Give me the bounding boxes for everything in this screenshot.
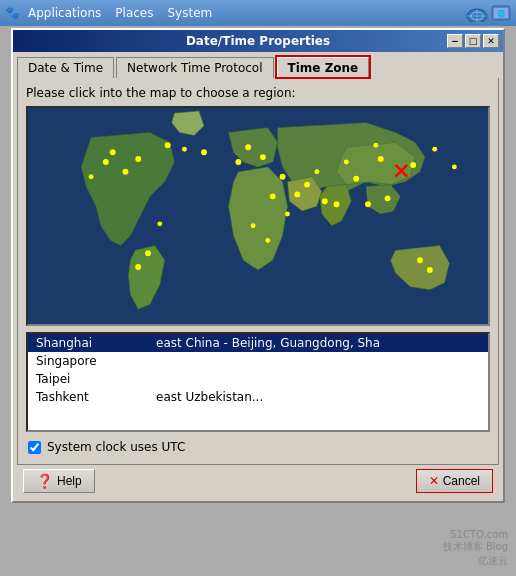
cancel-icon: ✕	[429, 474, 439, 488]
network-icon	[466, 4, 488, 22]
svg-point-41	[251, 223, 256, 228]
world-map[interactable]	[26, 106, 490, 326]
list-item[interactable]: Shanghai east China - Beijing, Guangdong…	[28, 334, 488, 352]
help-icon: ❓	[36, 473, 53, 489]
svg-point-8	[378, 156, 384, 162]
taskbar-applications[interactable]: Applications	[22, 4, 107, 22]
svg-text:🌐: 🌐	[497, 9, 506, 18]
minimize-button[interactable]: −	[447, 34, 463, 48]
close-button[interactable]: ✕	[483, 34, 499, 48]
list-item[interactable]: Taipei	[28, 370, 488, 388]
tab-date-time[interactable]: Date & Time	[17, 57, 114, 78]
svg-point-16	[260, 154, 266, 160]
network-icon2: 🌐	[490, 4, 512, 22]
svg-point-30	[201, 149, 207, 155]
scroll-left-button[interactable]: ◀	[28, 432, 40, 433]
utc-checkbox[interactable]	[28, 441, 41, 454]
map-svg	[28, 108, 488, 324]
window-content: Date & Time Network Time Protocol Time Z…	[13, 52, 503, 501]
svg-point-10	[334, 201, 340, 207]
svg-point-11	[385, 195, 391, 201]
svg-point-40	[452, 164, 457, 169]
cancel-button[interactable]: ✕ Cancel	[416, 469, 493, 493]
svg-point-26	[417, 257, 423, 263]
svg-point-21	[110, 149, 116, 155]
svg-point-9	[365, 201, 371, 207]
svg-point-22	[103, 159, 109, 165]
svg-point-18	[235, 159, 241, 165]
svg-point-34	[89, 174, 94, 179]
bottom-buttons: ❓ Help ✕ Cancel	[17, 465, 499, 497]
window-title: Date/Time Properties	[186, 34, 330, 48]
svg-point-35	[182, 147, 187, 152]
svg-point-24	[135, 264, 141, 270]
window-controls: − □ ✕	[447, 34, 499, 48]
svg-point-17	[245, 144, 251, 150]
tab-panel-timezone: Please click into the map to choose a re…	[17, 78, 499, 465]
restore-button[interactable]: □	[465, 34, 481, 48]
svg-point-25	[270, 193, 276, 199]
window-titlebar: Date/Time Properties − □ ✕	[13, 30, 503, 52]
svg-point-42	[265, 238, 270, 243]
svg-point-23	[145, 250, 151, 256]
taskbar-system[interactable]: System	[161, 4, 218, 22]
timezone-list-container: Shanghai east China - Beijing, Guangdong…	[26, 332, 490, 432]
svg-point-39	[432, 147, 437, 152]
app-icon: 🐾	[4, 5, 20, 21]
svg-point-12	[410, 162, 416, 168]
utc-label: System clock uses UTC	[47, 440, 185, 454]
svg-point-27	[427, 267, 433, 273]
tab-timezone[interactable]: Time Zone	[276, 56, 371, 78]
horizontal-scrollbar[interactable]: ◀ ▶	[28, 430, 488, 432]
svg-point-13	[294, 191, 300, 197]
svg-point-19	[135, 156, 141, 162]
svg-point-36	[314, 169, 319, 174]
svg-point-37	[344, 160, 349, 165]
tab-ntp[interactable]: Network Time Protocol	[116, 57, 273, 78]
utc-row: System clock uses UTC	[26, 438, 490, 456]
svg-point-29	[322, 198, 328, 204]
svg-point-15	[280, 174, 286, 180]
watermark: 51CTO.com 技术博客 Blog 亿速云	[443, 529, 508, 568]
instruction-text: Please click into the map to choose a re…	[26, 86, 490, 100]
svg-point-28	[353, 176, 359, 182]
taskbar-places[interactable]: Places	[109, 4, 159, 22]
svg-point-38	[373, 143, 378, 148]
taskbar: 🐾 Applications Places System 🌐	[0, 0, 516, 26]
help-button[interactable]: ❓ Help	[23, 469, 95, 493]
svg-point-20	[123, 169, 129, 175]
list-item[interactable]: Tashkent east Uzbekistan...	[28, 388, 488, 406]
svg-point-44	[285, 212, 290, 217]
tabs: Date & Time Network Time Protocol Time Z…	[17, 56, 499, 78]
main-window: Date/Time Properties − □ ✕ Date & Time N…	[11, 28, 505, 503]
scroll-right-button[interactable]: ▶	[476, 432, 488, 433]
svg-point-43	[157, 221, 162, 226]
list-item[interactable]: Singapore	[28, 352, 488, 370]
svg-point-31	[165, 142, 171, 148]
svg-point-14	[304, 182, 310, 188]
taskbar-right: 🌐	[466, 4, 512, 22]
timezone-list[interactable]: Shanghai east China - Beijing, Guangdong…	[28, 334, 488, 430]
